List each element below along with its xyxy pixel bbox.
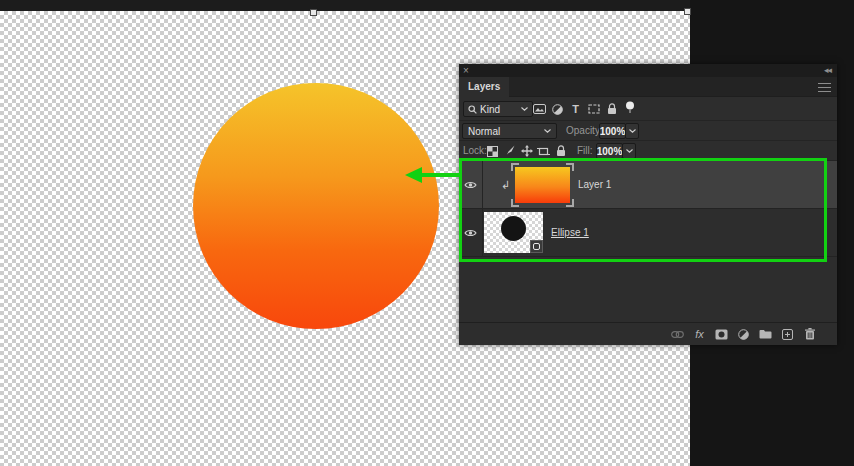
layer-thumbnail-gradient[interactable] <box>515 167 570 203</box>
lock-artboard-icon[interactable] <box>537 144 550 158</box>
panel-menu-icon[interactable] <box>818 83 831 92</box>
delete-layer-trash-icon[interactable] <box>803 327 816 341</box>
pixel-layer-filter-icon[interactable] <box>533 102 546 116</box>
link-layers-icon[interactable] <box>671 327 684 341</box>
gradient-circle-artwork[interactable] <box>193 83 439 329</box>
new-group-folder-icon[interactable] <box>759 327 772 341</box>
new-layer-icon[interactable] <box>781 327 794 341</box>
shape-layer-badge-icon <box>530 240 543 253</box>
collapse-panel-icon[interactable]: ◂◂ <box>824 64 831 77</box>
chevron-down-icon <box>544 129 551 133</box>
filter-pin-icon[interactable] <box>623 101 636 115</box>
fill-label: Fill: <box>577 141 593 161</box>
lock-transparency-icon[interactable] <box>486 144 499 158</box>
filter-icons-group: T <box>533 101 636 117</box>
ellipse-shape-preview <box>501 216 526 241</box>
lock-paint-brush-icon[interactable] <box>503 144 516 158</box>
add-layer-mask-icon[interactable] <box>715 327 728 341</box>
layers-bottom-toolbar: fx <box>459 322 837 345</box>
search-icon <box>468 105 477 114</box>
lock-label: Lock: <box>463 141 487 161</box>
layer-name[interactable]: Layer 1 <box>578 179 611 190</box>
transform-handle-top-mid[interactable] <box>310 9 317 16</box>
annotation-arrow-head <box>405 167 422 183</box>
layer-row-layer-1[interactable]: ↲ Layer 1 <box>459 161 837 209</box>
lock-filter-icon[interactable] <box>605 102 618 116</box>
selected-thumbnail-brackets <box>511 163 574 207</box>
eye-icon <box>464 228 477 238</box>
layer-style-fx-icon[interactable]: fx <box>693 327 706 341</box>
visibility-toggle[interactable] <box>459 209 483 257</box>
layer-name[interactable]: Ellipse 1 <box>551 227 589 238</box>
kind-filter-label: Kind <box>480 104 500 115</box>
type-layer-filter-icon[interactable]: T <box>569 102 582 116</box>
layers-panel: × ◂◂ Layers Kind <box>459 64 837 345</box>
opacity-value-field[interactable]: 100% <box>599 123 626 139</box>
layer-list: ↲ Layer 1 El <box>459 161 837 322</box>
visibility-toggle[interactable] <box>459 161 483 209</box>
blend-mode-dropdown[interactable]: Normal <box>462 123 557 139</box>
close-icon[interactable]: × <box>463 64 469 77</box>
layer-thumbnail-ellipse[interactable] <box>484 212 543 253</box>
new-adjustment-layer-icon[interactable] <box>737 327 750 341</box>
opacity-label: Opacity: <box>566 121 603 141</box>
panel-header: × ◂◂ <box>459 64 837 77</box>
opacity-value: 100% <box>600 126 626 137</box>
lock-row: Lock: Fill: 100% <box>459 141 837 161</box>
fill-value: 100% <box>597 146 623 157</box>
blend-row: Normal Opacity: 100% <box>459 121 837 141</box>
application-window: × ◂◂ Layers Kind <box>0 0 854 466</box>
shape-layer-filter-icon[interactable] <box>587 102 600 116</box>
annotation-arrow-line <box>420 173 461 177</box>
blend-mode-value: Normal <box>468 126 500 137</box>
panel-tab-row: Layers <box>459 77 837 97</box>
transform-handle-top-right[interactable] <box>684 8 691 15</box>
lock-position-icon[interactable] <box>520 144 533 158</box>
filter-row: Kind T <box>459 97 837 121</box>
chevron-down-icon <box>521 107 528 111</box>
layer-row-ellipse-1[interactable]: Ellipse 1 <box>459 209 837 257</box>
lock-icons-group <box>486 144 567 158</box>
eye-icon <box>464 180 477 190</box>
adjustment-layer-filter-icon[interactable] <box>551 102 564 116</box>
kind-filter-dropdown[interactable]: Kind <box>463 101 533 117</box>
tab-layers[interactable]: Layers <box>459 77 509 97</box>
opacity-dropdown-icon[interactable] <box>625 123 639 139</box>
lock-all-icon[interactable] <box>554 144 567 158</box>
fill-dropdown-icon[interactable] <box>622 143 636 159</box>
fill-value-field[interactable]: 100% <box>596 143 623 159</box>
